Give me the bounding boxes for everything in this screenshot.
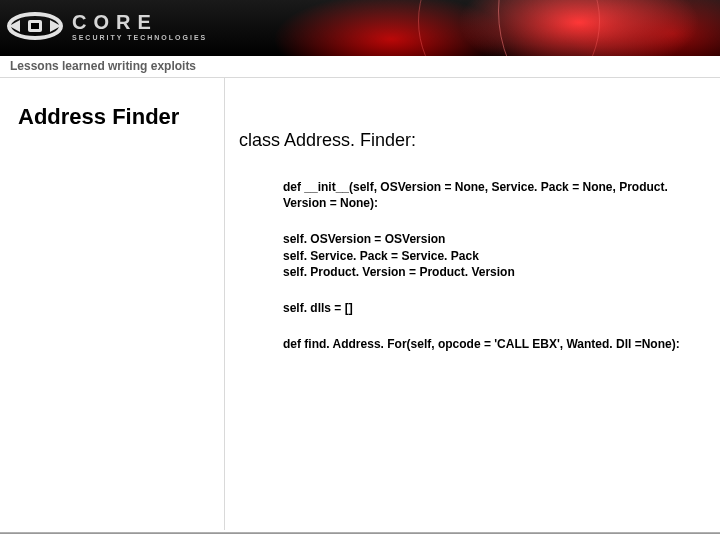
class-header: class Address. Finder:: [239, 130, 686, 151]
code-block: def __init__(self, OSVersion = None, Ser…: [239, 179, 686, 352]
code-line: self. Service. Pack = Service. Pack: [283, 248, 686, 264]
header-band: CORE SECURITY TECHNOLOGIES: [0, 0, 720, 56]
code-line: self. OSVersion = OSVersion: [283, 231, 686, 247]
breadcrumb: Lessons learned writing exploits: [0, 56, 720, 78]
svg-rect-2: [31, 23, 39, 29]
brand-logo: CORE SECURITY TECHNOLOGIES: [6, 6, 207, 46]
left-column: Address Finder: [0, 78, 225, 530]
core-logo-icon: [6, 6, 64, 46]
brand-name: CORE: [72, 12, 207, 32]
slide: CORE SECURITY TECHNOLOGIES Lessons learn…: [0, 0, 720, 540]
brand-text: CORE SECURITY TECHNOLOGIES: [72, 12, 207, 41]
code-find-signature: def find. Address. For(self, opcode = 'C…: [283, 336, 686, 352]
breadcrumb-text: Lessons learned writing exploits: [10, 59, 196, 73]
footer-divider: [0, 532, 720, 534]
code-init-signature: def __init__(self, OSVersion = None, Ser…: [283, 179, 686, 211]
header-graphic: [250, 0, 720, 56]
right-column: class Address. Finder: def __init__(self…: [225, 78, 720, 530]
code-line: self. Product. Version = Product. Versio…: [283, 264, 686, 280]
code-assignments: self. OSVersion = OSVersion self. Servic…: [283, 231, 686, 280]
code-dlls: self. dlls = []: [283, 300, 686, 316]
content-area: Address Finder class Address. Finder: de…: [0, 78, 720, 530]
brand-tagline: SECURITY TECHNOLOGIES: [72, 34, 207, 41]
page-title: Address Finder: [18, 104, 212, 130]
